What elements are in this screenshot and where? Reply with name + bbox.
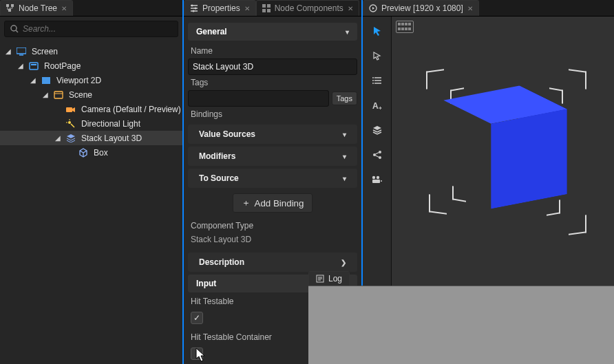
svg-point-13 [68,121,71,124]
svg-rect-1 [11,4,14,7]
component-type-value: Stack Layout 3D [188,233,357,250]
viewport-icon [41,76,52,85]
search-box[interactable] [4,21,178,37]
camera-icon [66,105,77,114]
svg-rect-5 [17,47,26,54]
section-description[interactable]: Description ❯ [188,253,357,272]
camera-bracket [452,186,466,202]
tree-item-scene[interactable]: ◢ Scene [0,87,182,102]
node-tree: ◢ Screen ◢ RootPage ◢ Viewport 2D [0,41,182,162]
svg-point-38 [379,156,381,159]
tab-preview-label: Preview [1920 x 1080] [381,3,463,13]
tab-node-tree[interactable]: Node Tree ✕ [0,0,73,16]
screen-icon [17,47,28,56]
expand-toggle[interactable]: ◢ [41,91,50,98]
record-tool[interactable] [368,172,387,187]
name-input[interactable] [188,58,357,75]
scene-icon [54,91,65,99]
chevron-down-icon: ▾ [346,28,349,36]
svg-text:A: A [372,101,379,110]
tree-label: Screen [32,47,182,56]
log-icon [316,275,324,283]
svg-rect-43 [372,180,380,183]
hit-testable-checkbox[interactable]: ✓ [191,312,203,324]
close-icon[interactable]: ✕ [61,5,67,12]
group-modifiers[interactable]: Modifiers ▾ [188,147,357,166]
list-tool[interactable] [368,73,387,88]
cursor-icon [372,51,382,61]
tags-button[interactable]: Tags [332,92,357,105]
tab-node-tree-label: Node Tree [19,3,57,13]
expand-toggle[interactable]: ◢ [17,62,25,69]
svg-point-44 [381,180,382,182]
preview-tabs: Preview [1920 x 1080] ✕ [363,0,614,17]
expand-toggle[interactable]: ◢ [4,47,12,55]
svg-line-4 [16,30,18,32]
preview-cube[interactable] [467,98,543,197]
select-tool[interactable] [368,23,387,39]
svg-rect-23 [262,4,266,8]
component-type-label: Component Type [188,218,357,233]
svg-rect-8 [31,64,36,65]
search-input[interactable] [23,24,172,34]
chevron-right-icon: ❯ [341,259,346,266]
text-tool[interactable]: A [368,98,387,113]
svg-point-31 [372,77,374,78]
tree-item-screen[interactable]: ◢ Screen [0,44,182,58]
svg-rect-26 [267,9,271,12]
svg-rect-12 [66,107,72,112]
keyboard-icon[interactable] [396,21,414,33]
tags-input[interactable] [188,90,329,107]
tree-label: RootPage [44,61,182,71]
tab-properties-label: Properties [202,3,240,13]
layers-tool[interactable] [368,122,387,138]
chevron-down-icon: ▾ [343,175,346,182]
cube-front-face [491,109,567,209]
svg-rect-9 [42,77,50,84]
svg-rect-7 [30,63,38,69]
tree-item-camera[interactable]: Camera (Default / Preview) [0,102,182,116]
tab-log[interactable]: Log [308,271,350,286]
tab-properties[interactable]: Properties ✕ [184,0,256,16]
text-icon: A [372,100,382,110]
camera-bracket [426,69,444,89]
tree-item-rootpage[interactable]: ◢ RootPage [0,58,182,73]
stack-icon [66,134,77,142]
group-to-source-label: To Source [199,173,239,183]
search-row [0,17,182,41]
expand-toggle[interactable]: ◢ [29,76,37,84]
add-binding-button[interactable]: ＋ Add Binding [233,193,313,213]
tree-label: Camera (Default / Preview) [81,105,182,114]
svg-point-32 [372,80,374,81]
svg-point-22 [193,10,195,12]
section-input-label: Input [196,279,216,288]
tab-node-components-label: Node Components [275,3,343,13]
tab-preview[interactable]: Preview [1920 x 1080] ✕ [363,0,479,16]
tab-node-components[interactable]: Node Components ✕ [256,0,359,16]
tree-item-light[interactable]: Directional Light [0,116,182,131]
group-value-sources[interactable]: Value Sources ▾ [188,125,357,144]
group-to-source[interactable]: To Source ▾ [188,169,357,188]
tree-item-box[interactable]: Box [0,145,182,160]
close-icon[interactable]: ✕ [467,5,473,12]
tree-label: Box [94,148,182,158]
move-tool[interactable] [368,48,387,63]
page-icon [29,62,40,70]
camera-bracket [569,215,586,235]
close-icon[interactable]: ✕ [348,5,353,12]
expand-toggle[interactable]: ◢ [54,134,62,142]
light-icon [66,119,77,129]
log-panel[interactable]: Log [308,286,614,364]
record-icon [372,175,383,184]
tree-item-viewport2d[interactable]: ◢ Viewport 2D [0,73,182,87]
svg-rect-10 [54,92,63,98]
properties-tabs: Properties ✕ Node Components ✕ [184,0,361,17]
close-icon[interactable]: ✕ [244,5,250,12]
section-general[interactable]: General ▾ [188,23,357,41]
tree-item-stacklayout3d[interactable]: ◢ Stack Layout 3D [0,131,182,145]
hit-testable-container-checkbox[interactable] [191,347,203,360]
camera-bracket [429,194,447,215]
share-tool[interactable] [368,147,387,162]
svg-point-20 [191,5,193,7]
add-binding-label: Add Binding [255,198,304,208]
